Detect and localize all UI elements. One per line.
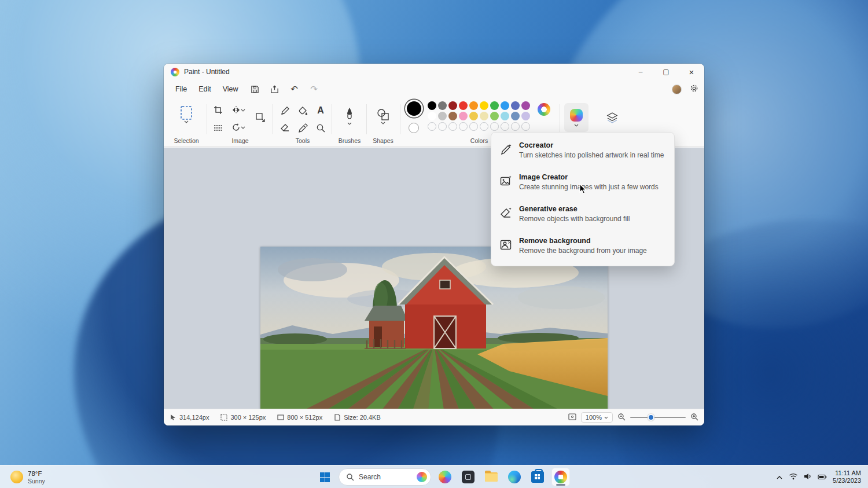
menu-item-generative-erase[interactable]: Generative erase Remove objects with bac… [491,200,674,232]
color-swatch[interactable] [521,101,530,110]
taskbar-search[interactable]: Search [339,468,431,486]
color-swatch[interactable] [428,101,436,110]
canvas-image[interactable] [260,247,608,425]
zoom-out-button[interactable] [617,413,626,422]
titlebar[interactable]: Paint - Untitled – ▢ × [164,64,704,80]
color-swatch[interactable] [428,112,436,120]
custom-color-slot[interactable] [501,122,509,131]
rotate-button[interactable] [229,120,248,134]
flip-button[interactable] [229,103,248,117]
color-swatch[interactable] [448,101,457,110]
color-swatch[interactable] [490,101,499,110]
chevron-down-icon [241,126,245,129]
pencil-tool-button[interactable] [277,103,292,118]
weather-widget[interactable]: 78°F Sunny [5,465,51,488]
menu-item-cocreator[interactable]: Cocreator Turn sketches into polished ar… [491,136,674,168]
undo-icon[interactable]: ↶ [286,82,303,96]
custom-color-slot[interactable] [469,122,478,131]
resize-button[interactable] [253,110,268,125]
taskbar-paint[interactable] [551,468,570,486]
menu-item-remove-background[interactable]: Remove background Remove the background … [491,232,674,263]
color-swatch[interactable] [459,112,468,120]
color-swatch[interactable] [469,112,478,120]
taskbar-store[interactable] [528,468,547,486]
wifi-icon[interactable] [789,472,798,482]
edit-colors-button[interactable] [538,103,550,116]
zoom-in-button[interactable] [690,413,698,422]
custom-color-slot[interactable] [448,122,457,131]
brushes-group-label: Brushes [335,137,364,144]
volume-icon[interactable] [804,472,812,482]
color-swatch[interactable] [511,101,520,110]
fill-tool-button[interactable] [295,103,310,118]
share-icon[interactable] [266,82,284,96]
custom-color-slot[interactable] [459,122,468,131]
save-icon[interactable] [247,82,264,96]
minimize-button[interactable]: – [628,64,653,80]
magnifier-tool-button[interactable] [313,120,328,135]
tools-group-label: Tools [276,137,329,144]
fit-to-screen-button[interactable] [568,413,576,421]
menu-view[interactable]: View [217,82,244,96]
copilot-button[interactable] [564,103,589,132]
text-tool-button[interactable]: A [313,103,328,118]
color-swatch[interactable] [501,112,509,120]
taskbar-file-explorer[interactable] [482,468,501,486]
color-swatch[interactable] [480,101,488,110]
color-swatch[interactable] [511,112,520,120]
menu-file[interactable]: File [170,82,193,96]
eraser-tool-button[interactable] [277,120,292,135]
fill-bucket-icon [298,106,308,116]
chevron-down-icon [574,124,579,127]
crop-button[interactable] [211,103,225,117]
color-swatch[interactable] [521,112,530,120]
color-swatch[interactable] [501,101,509,110]
pattern-button[interactable] [211,120,225,134]
weather-condition: Sunny [28,478,45,485]
redo-icon[interactable]: ↷ [306,82,323,96]
cursor-position-value: 314,124px [179,414,209,421]
custom-color-slot[interactable] [438,122,447,131]
settings-gear-icon[interactable] [690,84,698,95]
color-swatch[interactable] [469,101,478,110]
color-row-1 [428,101,530,110]
taskbar-clock[interactable]: 11:11 AM 5/23/2023 [833,469,865,485]
taskbar-edge[interactable] [505,468,524,486]
maximize-button[interactable]: ▢ [653,64,679,80]
color-swatch[interactable] [459,101,468,110]
taskbar-dark-app[interactable] [459,468,477,486]
selection-tool-button[interactable] [177,103,196,125]
menu-edit[interactable]: Edit [193,82,217,96]
close-button[interactable]: × [679,64,704,80]
file-explorer-icon [485,472,498,482]
search-highlights-icon [417,472,427,482]
custom-color-slot[interactable] [521,122,530,131]
copilot-icon [570,109,583,122]
taskbar-copilot[interactable] [436,468,454,486]
shapes-button[interactable] [374,103,392,129]
tray-chevron-up-icon[interactable] [776,472,783,482]
account-avatar[interactable] [672,85,682,94]
file-size: Size: 20.4KB [328,409,387,425]
custom-color-slot[interactable] [490,122,499,131]
color-swatch[interactable] [480,112,488,120]
dark-app-icon [462,471,475,483]
custom-color-slot[interactable] [480,122,488,131]
zoom-slider-thumb[interactable] [648,414,654,421]
color-swatch[interactable] [490,112,499,120]
battery-icon[interactable] [818,472,827,482]
zoom-level-select[interactable]: 100% [581,412,613,423]
custom-color-slot[interactable] [428,122,436,131]
color-swatch[interactable] [438,112,447,120]
zoom-slider[interactable] [630,417,686,418]
color-swatch[interactable] [448,112,457,120]
color-swatch[interactable] [438,101,447,110]
secondary-color[interactable] [409,123,419,133]
start-button[interactable] [315,468,334,486]
layers-button[interactable] [601,107,623,129]
zoom-level-value: 100% [586,414,602,421]
color-picker-tool-button[interactable] [295,120,310,135]
brushes-button[interactable] [340,103,359,129]
custom-color-slot[interactable] [511,122,520,131]
primary-color[interactable] [407,101,421,116]
